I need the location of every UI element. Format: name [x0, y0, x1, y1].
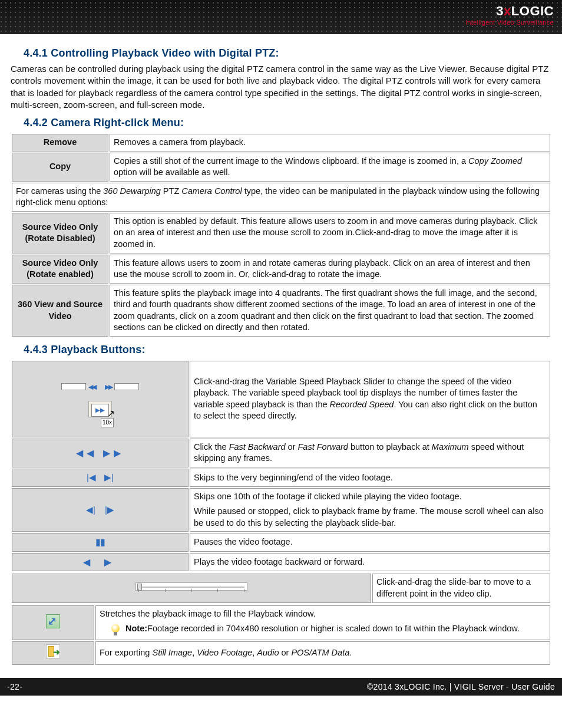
table-row: ▶▶ ↖ 10x Click-and-drag the Variable Spe…	[12, 361, 550, 437]
rc-desc-remove: Removes a camera from playback.	[110, 134, 550, 151]
rc-label-360: 360 View and Source Video	[12, 285, 108, 337]
text-em: Camera Control	[181, 186, 242, 196]
text: While paused or stopped, click to playba…	[194, 506, 546, 529]
brand-x: x	[504, 4, 511, 18]
page-header: 3xLOGIC Intelligent Video Surveillance	[0, 0, 562, 34]
table-stretch-export: Stretches the playback image to fill the…	[11, 604, 551, 666]
table-row: |◀ ▶| Skips to the very beginning/end of…	[12, 469, 550, 487]
table-row: Remove Removes a camera from playback.	[12, 134, 550, 151]
body-441: Cameras can be controlled during playbac…	[11, 63, 551, 111]
brand-name: 3xLOGIC	[465, 4, 554, 19]
page-footer: -22- ©2014 3xLOGIC Inc. | VIGIL Server -…	[0, 678, 562, 696]
table-row: ◀ ▶ Plays the video footage backward or …	[12, 553, 550, 572]
cell-fast-icon: ◀◀ ▶▶	[12, 439, 189, 467]
rc-desc-svo-enabled: This feature allows users to zoom in and…	[110, 255, 550, 284]
heading-442: 4.4.2 Camera Right-click Menu:	[24, 117, 551, 129]
text: PTZ	[161, 186, 181, 196]
text-em: Copy Zoomed	[468, 156, 522, 166]
stretch-icon	[46, 614, 60, 628]
text: Footage recorded in 704x480 resolution o…	[147, 624, 520, 633]
rc-label-svo-disabled: Source Video Only (Rotate Disabled)	[12, 213, 108, 253]
note-text: Note:Footage recorded in 704x480 resolut…	[125, 623, 520, 635]
rc-desc-360: This feature splits the playback image i…	[110, 285, 550, 337]
cell-variable-speed-desc: Click-and-drag the Variable Speed Playba…	[190, 361, 550, 437]
footer-copyright: ©2014 3xLOGIC Inc. | VIGIL Server - User…	[367, 682, 555, 691]
brand-post: LOGIC	[511, 4, 554, 18]
pause-icon: ▮▮	[95, 536, 105, 549]
skip-to-end-icon: ▶|	[104, 472, 114, 482]
play-backward-forward-icon: ◀ ▶	[83, 556, 117, 569]
cell-export-icon	[12, 641, 94, 665]
table-row: ▮▮ Pauses the video footage.	[12, 533, 550, 552]
rc-label-svo-enabled: Source Video Only (Rotate enabled)	[12, 255, 108, 284]
table-row: ◀◀ ▶▶ Click the Fast Backward or Fast Fo…	[12, 439, 550, 467]
rc-desc-copy: Copies a still shot of the current image…	[110, 153, 550, 182]
page-number: -22-	[7, 682, 22, 691]
text: For exporting	[100, 648, 152, 657]
lightbulb-icon	[110, 623, 121, 637]
skip-to-start-icon: |◀	[87, 472, 96, 482]
rc-dewarp-note: For cameras using the 360 Dewarping PTZ …	[12, 183, 550, 212]
table-rightclick: Remove Removes a camera from playback. C…	[11, 133, 551, 338]
text: or	[286, 442, 298, 452]
export-icon	[46, 644, 60, 658]
speed-tooltip: 10x	[101, 418, 114, 427]
table-row: Source Video Only (Rotate Disabled) This…	[12, 213, 550, 253]
variable-speed-control-icon: ▶▶ ↖ 10x	[61, 378, 139, 420]
cell-skip-ends-desc: Skips to the very beginning/end of the v…	[190, 469, 550, 487]
table-row: Source Video Only (Rotate enabled) This …	[12, 255, 550, 284]
cell-play-icon: ◀ ▶	[12, 553, 189, 572]
cell-fast-desc: Click the Fast Backward or Fast Forward …	[190, 439, 550, 467]
slider-track-right	[114, 383, 139, 390]
cell-slidebar-desc: Click-and-drag the slide-bar to move to …	[372, 574, 550, 602]
slide-bar-icon	[135, 582, 247, 591]
text-em: Fast Forward	[298, 442, 348, 452]
cell-variable-speed-icon: ▶▶ ↖ 10x	[12, 361, 189, 437]
text-em: Video Footage	[197, 648, 252, 657]
brand-pre: 3	[496, 4, 504, 18]
slider-track-left	[61, 383, 86, 390]
rc-label-remove: Remove	[12, 134, 108, 151]
text-em: POS/ATM Data	[291, 648, 349, 657]
cell-skip-ends-icon: |◀ ▶|	[12, 469, 189, 487]
text-em: Maximum	[432, 442, 469, 452]
heading-441: 4.4.1 Controlling Playback Video with Di…	[24, 47, 551, 60]
table-row: Copy Copies a still shot of the current …	[12, 153, 550, 182]
table-slidebar: Click-and-drag the slide-bar to move to …	[11, 572, 551, 604]
cell-step-icon: ◀| |▶	[12, 488, 189, 532]
table-playback-buttons: ▶▶ ↖ 10x Click-and-drag the Variable Spe…	[11, 360, 551, 573]
brand-logo: 3xLOGIC Intelligent Video Surveillance	[465, 4, 554, 26]
page-content: 4.4.1 Controlling Playback Video with Di…	[0, 34, 562, 678]
heading-443: 4.4.3 Playback Buttons:	[24, 344, 551, 356]
note-label: Note:	[125, 624, 147, 633]
cell-pause-icon: ▮▮	[12, 533, 189, 552]
table-row: ◀| |▶ Skips one 10th of the footage if c…	[12, 488, 550, 532]
rc-desc-svo-disabled: This option is enabled by default. This …	[110, 213, 550, 253]
brand-tagline: Intelligent Video Surveillance	[465, 19, 554, 26]
cell-slidebar-icon	[12, 574, 371, 602]
text: option will be available as well.	[114, 167, 230, 177]
cell-export-desc: For exporting Still Image, Video Footage…	[95, 641, 550, 665]
speed-button-inner: ▶▶	[91, 404, 109, 417]
table-row: Click-and-drag the slide-bar to move to …	[12, 574, 550, 602]
text-em: 360 Dewarping	[103, 186, 161, 196]
table-row: 360 View and Source Video This feature s…	[12, 285, 550, 337]
step-forward-icon: |▶	[105, 505, 114, 515]
speed-slider-row	[61, 381, 139, 393]
cell-step-desc: Skips one 10th of the footage if clicked…	[190, 488, 550, 532]
text-em: Recorded Speed	[330, 400, 394, 409]
step-backward-icon: ◀|	[86, 505, 95, 515]
text: .	[349, 648, 352, 657]
fast-backward-icon	[88, 381, 95, 393]
text: Click the	[194, 442, 229, 452]
cell-stretch-desc: Stretches the playback image to fill the…	[95, 605, 550, 641]
text-em: Fast Backward	[229, 442, 286, 452]
table-row: For cameras using the 360 Dewarping PTZ …	[12, 183, 550, 212]
cell-play-desc: Plays the video footage backward or forw…	[190, 553, 550, 572]
text-em: Audio	[257, 648, 279, 657]
text: button to playback at	[348, 442, 432, 452]
table-row: For exporting Still Image, Video Footage…	[12, 641, 550, 665]
text: For cameras using the	[16, 186, 103, 196]
text: Copies a still shot of the current image…	[114, 156, 468, 166]
text: or	[279, 648, 291, 657]
